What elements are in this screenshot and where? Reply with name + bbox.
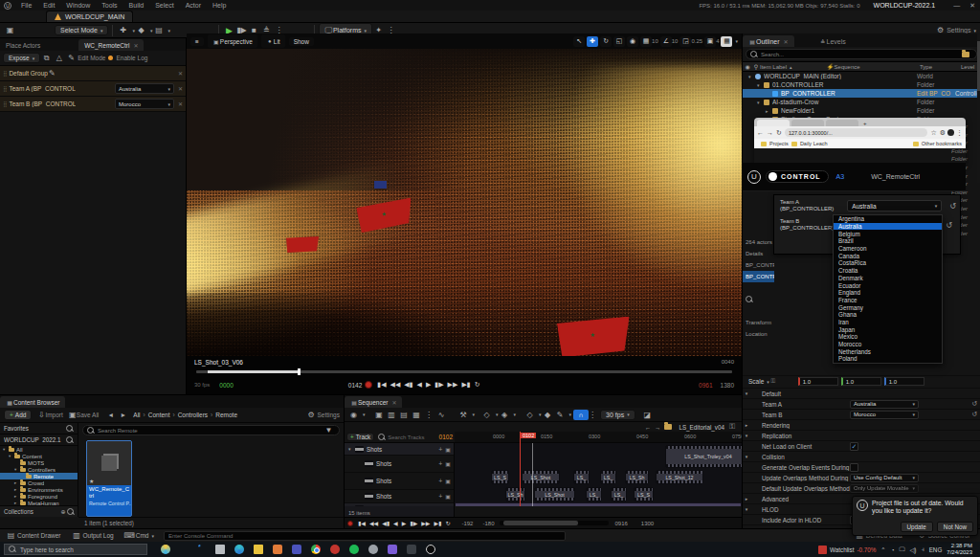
forward-icon[interactable]: ▸ bbox=[117, 410, 129, 421]
checkbox[interactable] bbox=[850, 442, 858, 451]
details-row[interactable]: ▸ Rendering ▾ ↺ bbox=[743, 419, 980, 430]
update-button[interactable]: Update bbox=[901, 522, 933, 532]
add-actor-icon[interactable]: ✚ bbox=[117, 25, 129, 36]
add-section-icon[interactable]: + bbox=[438, 446, 445, 453]
rotate-tool-icon[interactable]: ↻ bbox=[600, 36, 612, 47]
add-section-icon[interactable]: + bbox=[438, 493, 445, 500]
value-dropdown[interactable]: Use Config Default▾ bbox=[850, 474, 919, 482]
taskbar-app-icon[interactable] bbox=[388, 545, 397, 554]
asset-tile-selected[interactable]: ★ WC_Remote_Ctrl Remote Control P... bbox=[86, 440, 132, 517]
camera-icon[interactable]: ▣ bbox=[445, 460, 454, 467]
track-search[interactable]: Search Tracks bbox=[388, 434, 424, 440]
display-icon[interactable]: 🖵 bbox=[899, 546, 904, 553]
to-front-button[interactable]: ▮◀ bbox=[358, 520, 366, 526]
country-option[interactable]: Poland bbox=[834, 355, 942, 363]
taskbar-app-icon[interactable] bbox=[311, 545, 321, 554]
grid-snap-value[interactable]: 10 bbox=[652, 38, 658, 44]
expand-arrow-icon[interactable]: ▾ bbox=[348, 446, 355, 452]
shot-clip[interactable]: LS_ bbox=[600, 470, 616, 484]
outliner-row[interactable]: ▾ WORLDCUP_MAIN (Editor) World bbox=[743, 72, 980, 80]
output-log-button[interactable]: ▥Output Log bbox=[71, 530, 114, 542]
menu-item[interactable]: Window bbox=[66, 2, 90, 9]
console-input[interactable]: Enter Console Command bbox=[164, 531, 566, 541]
back-icon[interactable]: ← bbox=[757, 129, 764, 136]
browser-menu-icon[interactable]: ⋮ bbox=[956, 129, 963, 137]
remove-icon[interactable]: ✕ bbox=[178, 70, 183, 77]
tray-chevron-icon[interactable]: ⌃ bbox=[880, 546, 885, 553]
expand-arrow-icon[interactable]: ▾ bbox=[757, 100, 764, 105]
layout-icon[interactable]: ⧉ bbox=[40, 53, 53, 64]
country-option[interactable]: Australia bbox=[834, 223, 942, 231]
default-group-row[interactable]: ⣿ Default Group ✎ ✕ bbox=[0, 66, 186, 81]
country-option[interactable]: Argentina bbox=[834, 215, 942, 223]
edit-mode-label[interactable]: Edit Mode bbox=[78, 55, 105, 61]
shot-clip[interactable]: LS_S bbox=[491, 470, 509, 484]
close-tab-icon[interactable]: ✕ bbox=[133, 42, 138, 49]
pen-icon[interactable]: ✎ bbox=[554, 409, 567, 420]
taskbar-app-icon[interactable] bbox=[292, 545, 301, 554]
tab-sequencer[interactable]: ▤Sequencer✕ bbox=[345, 396, 402, 408]
lock-icon[interactable]: ⚿ bbox=[769, 376, 777, 388]
project-root-header[interactable]: WORLDCUP_2022.1 bbox=[0, 434, 78, 446]
weather-widget-icon[interactable] bbox=[161, 545, 170, 554]
details-row[interactable]: ▾ Default ▾ ↺ bbox=[743, 388, 980, 398]
bookmark-star-icon[interactable]: ☆ bbox=[930, 129, 936, 137]
keyframe-icon[interactable]: ◆ bbox=[542, 409, 554, 420]
camera-icon[interactable]: ▣ bbox=[445, 478, 454, 484]
key-all-icon[interactable]: ◇ bbox=[523, 409, 536, 420]
shot-clip[interactable]: LS_ bbox=[611, 487, 627, 501]
select-mode-button[interactable]: Select Mode▾ bbox=[55, 25, 108, 35]
to-end-button[interactable]: ▶▮ bbox=[461, 381, 470, 389]
details-row[interactable]: Net Load on Client ▾ ↺ bbox=[743, 440, 980, 451]
timeline-scrollbar[interactable] bbox=[500, 521, 609, 525]
add-button[interactable]: +Add bbox=[4, 410, 32, 420]
tab-remote-ctrl[interactable]: WC_RemoteCtrl✕ bbox=[78, 39, 144, 51]
outliner-row[interactable]: ▾ AI-stadium-Crow Folder bbox=[743, 98, 980, 106]
country-option[interactable]: Ghana bbox=[834, 311, 942, 319]
scale-y-field[interactable]: 1.0 bbox=[841, 377, 881, 386]
country-option[interactable]: Ecuador bbox=[834, 281, 942, 289]
prev-frame-button[interactable]: ◀▮ bbox=[382, 520, 390, 526]
details-row[interactable]: Default Update Overlaps Method During Le… bbox=[743, 482, 980, 493]
country-option[interactable]: CostaRica bbox=[834, 259, 942, 267]
scale-label[interactable]: Scale bbox=[743, 378, 764, 385]
enable-log-label[interactable]: Enable Log bbox=[116, 55, 147, 61]
reload-icon[interactable]: ↻ bbox=[776, 129, 782, 137]
drag-grip-icon[interactable]: ⣿ bbox=[3, 70, 6, 77]
next-frame-button[interactable]: ▮▶ bbox=[410, 520, 417, 526]
folder-tree-row[interactable]: Remote bbox=[0, 473, 78, 479]
component-row[interactable]: BP_CONTROLLER bbox=[743, 259, 774, 271]
details-row[interactable]: Team B Morocco▾ ↺ bbox=[743, 409, 980, 419]
country-option[interactable]: Germany bbox=[834, 303, 942, 311]
create-camera-icon[interactable]: ▤ bbox=[398, 409, 411, 420]
show-button[interactable]: Show bbox=[289, 37, 314, 46]
play-reverse-button[interactable]: ◀ bbox=[417, 381, 422, 389]
shot-clip[interactable]: LS_ bbox=[586, 487, 602, 501]
field-value-dropdown[interactable]: Morocco▾ bbox=[115, 99, 174, 109]
team-a-dropdown[interactable]: Australia▾ bbox=[847, 200, 942, 212]
browser-tab[interactable] bbox=[826, 120, 858, 126]
details-row[interactable]: ▾ Collision ▾ ↺ bbox=[743, 451, 980, 461]
search-icon[interactable] bbox=[66, 436, 74, 444]
import-button[interactable]: ⇩Import bbox=[37, 410, 62, 421]
extensions-icon[interactable]: ⚙ bbox=[940, 129, 946, 137]
camera-icon[interactable]: ▣ bbox=[445, 446, 454, 453]
value-dropdown[interactable]: Australia▾ bbox=[850, 400, 919, 409]
close-tab-icon[interactable]: ✕ bbox=[784, 38, 789, 45]
taskbar-app-icon[interactable] bbox=[215, 545, 225, 554]
menu-item[interactable]: Actor bbox=[186, 2, 201, 9]
timeline-ruler[interactable]: 000001500300045006000750 bbox=[455, 432, 742, 443]
save-icon[interactable]: ▣ bbox=[373, 409, 386, 420]
menu-item[interactable]: Help bbox=[212, 2, 226, 9]
bookmark-item[interactable]: Projects bbox=[769, 141, 789, 146]
select-tool-icon[interactable]: ↖ bbox=[573, 36, 585, 47]
drag-grip-icon[interactable]: ⣿ bbox=[3, 85, 6, 92]
scale-z-field[interactable]: 1.0 bbox=[884, 377, 924, 386]
field-value-dropdown[interactable]: Australia▾ bbox=[115, 83, 174, 94]
filter-icon[interactable]: ▼ bbox=[323, 425, 335, 436]
next-shot-button[interactable]: ▶▶ bbox=[448, 381, 458, 389]
country-option[interactable]: Japan bbox=[834, 325, 942, 333]
reset-icon[interactable]: ↺ bbox=[949, 202, 956, 211]
details-row[interactable]: Team A Australia▾ ↺ bbox=[743, 398, 980, 409]
section-arrow-icon[interactable]: ▸ bbox=[743, 422, 750, 428]
